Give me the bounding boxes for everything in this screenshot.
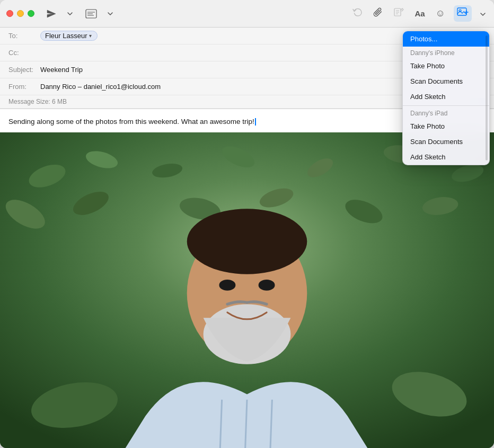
menu-section-dannys-iphone: Danny's iPhone xyxy=(403,47,489,58)
insert-photo-button[interactable] xyxy=(454,5,472,22)
dropdown-scrollbar[interactable] xyxy=(486,35,488,160)
menu-item-scan-docs-1-label: Scan Documents xyxy=(410,77,463,85)
menu-item-scan-docs-2-label: Scan Documents xyxy=(410,138,463,146)
traffic-lights xyxy=(6,10,34,17)
svg-rect-8 xyxy=(457,8,466,15)
emoji-icon: ☺ xyxy=(436,8,445,19)
recipient-name: Fleur Lasseur xyxy=(45,32,87,40)
from-label: From: xyxy=(8,83,40,91)
menu-item-take-photo-2[interactable]: Take Photo xyxy=(403,119,489,134)
menu-item-scan-docs-2[interactable]: Scan Documents xyxy=(403,134,489,149)
toolbar-right: Aa ☺ xyxy=(350,5,488,22)
photo-container xyxy=(0,132,494,448)
foliage-bg xyxy=(0,132,494,448)
svg-point-25 xyxy=(187,209,307,274)
close-button[interactable] xyxy=(6,10,13,17)
menu-item-photos[interactable]: Photos... xyxy=(403,31,489,47)
send-button[interactable] xyxy=(43,7,60,21)
menu-item-take-photo-1[interactable]: Take Photo xyxy=(403,58,489,74)
emoji-button[interactable]: ☺ xyxy=(434,6,447,21)
body-content: Sending along some of the photos from th… xyxy=(8,118,254,126)
svg-point-28 xyxy=(259,280,275,291)
attachment-button[interactable] xyxy=(371,5,385,22)
maximize-button[interactable] xyxy=(28,10,34,17)
minimize-button[interactable] xyxy=(17,10,24,17)
to-recipient-chip[interactable]: Fleur Lasseur ▾ xyxy=(40,31,98,41)
section-label-ipad: Danny's iPad xyxy=(410,110,447,117)
text-cursor xyxy=(255,118,256,126)
menu-item-take-photo-2-label: Take Photo xyxy=(410,122,445,130)
section-label-iphone: Danny's iPhone xyxy=(410,49,455,57)
insert-dropdown-menu: Photos... Danny's iPhone Take Photo Scan… xyxy=(402,31,490,165)
menu-item-add-sketch-1[interactable]: Add Sketch xyxy=(403,89,489,104)
mail-compose-window: Aa ☺ To: Fl xyxy=(0,0,494,448)
menu-item-add-sketch-2[interactable]: Add Sketch xyxy=(403,149,489,165)
font-label: Aa xyxy=(414,9,425,18)
menu-item-add-sketch-1-label: Add Sketch xyxy=(410,93,446,101)
menu-item-add-sketch-2-label: Add Sketch xyxy=(410,153,446,161)
menu-item-photos-label: Photos... xyxy=(410,35,437,43)
message-size-label: Message Size: 6 MB xyxy=(8,98,67,105)
to-label: To: xyxy=(8,32,40,40)
chevron-down-icon: ▾ xyxy=(89,33,92,39)
send-dropdown-button[interactable] xyxy=(64,10,76,18)
cc-label: Cc: xyxy=(8,49,40,57)
photo-image xyxy=(0,132,494,448)
undo-button[interactable] xyxy=(350,5,365,22)
font-button[interactable]: Aa xyxy=(412,7,427,20)
menu-item-take-photo-1-label: Take Photo xyxy=(410,62,445,70)
menu-separator xyxy=(403,105,489,106)
menu-section-dannys-ipad: Danny's iPad xyxy=(403,107,489,119)
menu-item-scan-docs-1[interactable]: Scan Documents xyxy=(403,74,489,89)
titlebar: Aa ☺ xyxy=(0,0,494,28)
compose-button[interactable] xyxy=(391,5,406,22)
subject-label: Subject: xyxy=(8,66,40,74)
note-format-button[interactable] xyxy=(82,7,100,21)
note-format-dropdown[interactable] xyxy=(104,10,116,18)
insert-dropdown-button[interactable] xyxy=(478,6,488,21)
svg-point-27 xyxy=(219,280,235,291)
